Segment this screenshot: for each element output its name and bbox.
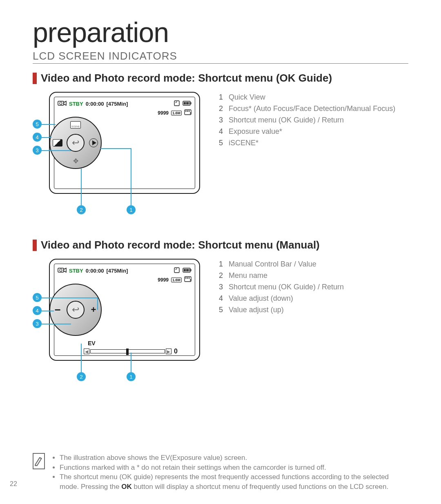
lcd-second-row: 9999 1.6M F <box>158 276 192 283</box>
section2-legend: 1Manual Control Bar / Value 2Menu name 3… <box>216 259 408 385</box>
svg-point-1 <box>60 102 62 104</box>
svg-rect-7 <box>187 102 188 104</box>
legend-text: Shortcut menu (OK Guide) / Return <box>229 282 408 293</box>
section2-heading-text: Video and Photo record mode: Shortcut me… <box>41 239 320 251</box>
remaining-time: [475Min] <box>106 101 128 107</box>
callout-1: 1 <box>127 372 136 381</box>
legend-text: Value adjust (up) <box>229 304 408 316</box>
callout-5: 5 <box>33 293 42 302</box>
leader-4 <box>42 137 51 138</box>
lcd-screen: STBY 0:00:00 [475Min] 9999 1.6M <box>54 264 195 356</box>
legend-text: Exposure value* <box>229 126 408 138</box>
svg-rect-10 <box>185 111 187 112</box>
leader-1h <box>100 148 131 149</box>
legend-num: 3 <box>216 115 223 126</box>
section1-body: STBY 0:00:00 [475Min] 9999 1.6M <box>33 92 408 218</box>
control-dial: SCENE ↩ <box>49 117 102 169</box>
dial-center-return: ↩ <box>67 301 85 319</box>
callout-2: 2 <box>77 205 86 214</box>
legend-num: 1 <box>216 259 223 270</box>
section1-heading: Video and Photo record mode: Shortcut me… <box>33 72 408 84</box>
section2-diagram: STBY 0:00:00 [475Min] 9999 1.6M <box>33 259 204 385</box>
section1-legend: 1Quick View 2Focus* (Auto Focus/Face Det… <box>216 92 408 218</box>
legend-text: Menu name <box>229 270 408 282</box>
callout-5: 5 <box>33 120 42 129</box>
ok-button-label: OK <box>121 483 132 491</box>
quality-icon: F <box>184 276 192 283</box>
scene-icon: SCENE <box>70 121 81 129</box>
legend-num: 4 <box>216 293 223 304</box>
section2-heading: Video and Photo record mode: Shortcut me… <box>33 239 408 251</box>
footnote-line: The shortcut menu (OK guide) represents … <box>60 472 408 492</box>
camera-mode-icon <box>58 267 67 275</box>
leader-5v <box>97 298 98 310</box>
quality-icon: F <box>184 109 192 116</box>
heading-accent-bar <box>33 240 37 251</box>
svg-rect-25 <box>187 278 188 279</box>
leader-1 <box>131 353 131 372</box>
page-title: preparation <box>33 16 408 48</box>
heading-accent-bar <box>33 73 37 84</box>
legend-row: 1Quick View <box>216 92 408 103</box>
legend-num: 2 <box>216 103 223 115</box>
svg-rect-11 <box>187 111 188 112</box>
dial-right-quickview <box>88 137 99 149</box>
legend-row: 3Shortcut menu (OK Guide) / Return <box>216 282 408 293</box>
resolution-badge: 1.6M <box>171 278 182 282</box>
lcd-frame: STBY 0:00:00 [475Min] 9999 1.6M <box>49 92 200 194</box>
dial-center-return: ↩ <box>67 134 85 152</box>
legend-text: Focus* (Auto Focus/Face Detection/Manual… <box>229 103 408 115</box>
ev-arrow-left-icon: ◀ <box>84 349 89 354</box>
legend-text: Shortcut menu (OK Guide) / Return <box>229 115 408 126</box>
svg-rect-24 <box>185 278 187 279</box>
legend-row: 4Value adjust (down) <box>216 293 408 304</box>
legend-text: iSCENE* <box>229 138 408 149</box>
legend-num: 1 <box>216 92 223 103</box>
leader-2 <box>81 169 82 205</box>
legend-row: 1Manual Control Bar / Value <box>216 259 408 270</box>
legend-row: 4Exposure value* <box>216 126 408 138</box>
battery-icon <box>183 101 192 107</box>
leader-2 <box>81 344 82 372</box>
svg-rect-2 <box>174 101 179 106</box>
svg-rect-16 <box>174 268 179 273</box>
lcd-screen: STBY 0:00:00 [475Min] 9999 1.6M <box>54 97 195 189</box>
battery-icon <box>183 268 192 274</box>
svg-rect-5 <box>184 102 185 104</box>
legend-text: Quick View <box>229 92 408 103</box>
svg-rect-22 <box>189 269 189 271</box>
callout-4: 4 <box>33 306 42 315</box>
svg-text:F: F <box>190 112 192 115</box>
status-text: STBY <box>69 101 83 107</box>
leader-1v <box>131 148 131 205</box>
svg-rect-4 <box>191 102 192 104</box>
footnote-block: The illustration above shows the EV(Expo… <box>33 453 408 492</box>
svg-point-15 <box>60 269 62 271</box>
leader-5 <box>42 124 56 125</box>
card-icon <box>174 267 180 275</box>
dial-left-ev <box>52 137 63 149</box>
dial-top-iscene: SCENE <box>70 119 81 131</box>
ev-icon <box>53 139 62 147</box>
legend-row: 2Menu name <box>216 270 408 282</box>
photo-count: 9999 <box>158 110 169 116</box>
ev-value: 0 <box>174 348 178 355</box>
svg-rect-20 <box>185 269 187 271</box>
section1-diagram: STBY 0:00:00 [475Min] 9999 1.6M <box>33 92 204 218</box>
callout-1: 1 <box>127 205 136 214</box>
svg-rect-8 <box>189 102 189 104</box>
svg-rect-21 <box>187 269 188 271</box>
lcd-frame: STBY 0:00:00 [475Min] 9999 1.6M <box>49 259 200 361</box>
legend-text: Value adjust (down) <box>229 293 408 304</box>
dial-bottom-focus <box>70 155 81 167</box>
svg-rect-18 <box>191 269 192 271</box>
page-number: 22 <box>10 480 17 488</box>
play-icon <box>89 138 98 147</box>
note-icon <box>33 453 45 469</box>
section1-heading-text: Video and Photo record mode: Shortcut me… <box>41 72 332 84</box>
leader-5 <box>42 298 97 298</box>
footnote-text: button will display a shortcut menu of f… <box>132 483 388 491</box>
legend-text: Manual Control Bar / Value <box>229 259 408 270</box>
legend-row: 5Value adjust (up) <box>216 304 408 316</box>
callout-4: 4 <box>33 133 42 142</box>
